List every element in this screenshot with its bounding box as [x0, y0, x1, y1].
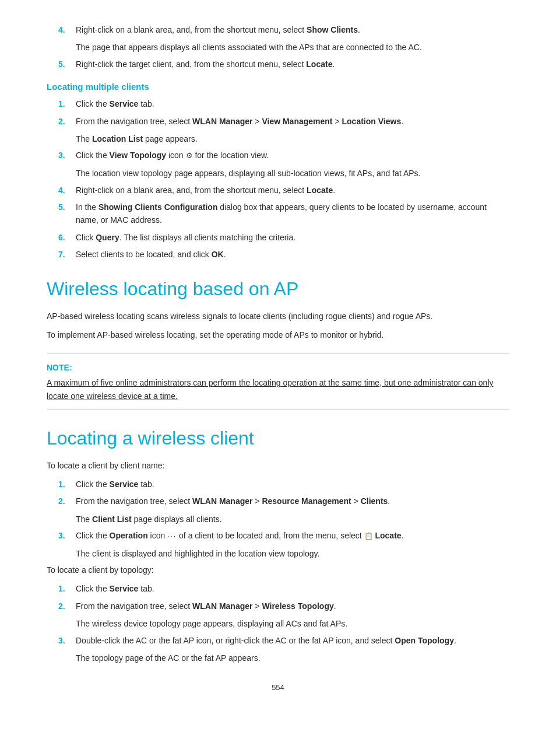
step-num: 2.: [58, 600, 72, 612]
intro-step-5: 5. Right-click the target client, and, f…: [47, 58, 509, 71]
gear-icon: ⚙: [186, 150, 193, 162]
intro-by-topology: To locate a client by topology:: [47, 564, 509, 576]
bold-locate: Locate: [307, 186, 333, 195]
step-num: 2.: [58, 495, 72, 508]
bold-wlan-manager: WLAN Manager: [192, 117, 252, 126]
by-topology-step3-subtext: The topology page of the AC or the fat A…: [76, 652, 509, 664]
step-content: Click Query. The list displays all clien…: [76, 231, 509, 244]
wireless-locating-heading: Wireless locating based on AP: [47, 277, 509, 302]
step-content: Click the Service tab.: [76, 478, 509, 491]
bold-clients: Clients: [361, 496, 388, 506]
bold-ok: OK: [212, 250, 224, 259]
multiple-step-2: 2. From the navigation tree, select WLAN…: [47, 115, 509, 128]
step-content: Click the Service tab.: [76, 582, 509, 595]
step-num: 1.: [58, 582, 72, 595]
multiple-step-6: 6. Click Query. The list displays all cl…: [47, 231, 509, 244]
multiple-step-3: 3. Click the View Topology icon ⚙ for th…: [47, 149, 509, 162]
by-name-steps: 1. Click the Service tab. 2. From the na…: [47, 478, 509, 508]
step-content: Double-click the AC or the fat AP icon, …: [76, 634, 509, 647]
step-num: 6.: [58, 231, 72, 244]
note-content: A maximum of five online administrators …: [47, 376, 509, 402]
intro-steps-list: 4. Right-click on a blank area, and, fro…: [47, 23, 509, 36]
bold-wireless-topology: Wireless Topology: [262, 601, 333, 611]
step-content: From the navigation tree, select WLAN Ma…: [76, 600, 509, 612]
step-num: 3.: [58, 529, 72, 542]
bold-location-list: Location List: [92, 134, 143, 144]
multiple-step-5: 5. In the Showing Clients Configuration …: [47, 201, 509, 227]
by-topology-step2-subtext: The wireless device topology page appear…: [76, 617, 509, 630]
step-content: From the navigation tree, select WLAN Ma…: [76, 495, 509, 508]
step-content: Click the Service tab.: [76, 97, 509, 110]
wireless-para1: AP-based wireless locating scans wireles…: [47, 310, 509, 323]
wireless-para2: To implement AP-based wireless locating,…: [47, 328, 509, 341]
step-content: In the Showing Clients Configuration dia…: [76, 201, 509, 227]
bold-locate: Locate: [375, 531, 401, 540]
step-num: 5.: [58, 201, 72, 214]
bold-resource-management: Resource Management: [262, 496, 351, 506]
step-num: 3.: [58, 634, 72, 647]
bold-operation: Operation: [110, 531, 148, 540]
bold-service: Service: [110, 480, 139, 489]
step-num: 2.: [58, 115, 72, 128]
bold-wlan-manager: WLAN Manager: [192, 601, 252, 611]
step-content: Right-click on a blank area, and, from t…: [76, 184, 509, 197]
by-name-step2-subtext: The Client List page displays all client…: [76, 513, 509, 526]
by-name-step3-subtext: The client is displayed and highlighted …: [76, 547, 509, 560]
multiple-step-7: 7. Select clients to be located, and cli…: [47, 248, 509, 261]
bold-view-topology: View Topology: [110, 150, 167, 160]
step-content: Right-click on a blank area, and, from t…: [76, 23, 509, 36]
bold-service: Service: [110, 584, 139, 593]
multiple-step3-list: 3. Click the View Topology icon ⚙ for th…: [47, 149, 509, 162]
by-topology-step3-list: 3. Double-click the AC or the fat AP ico…: [47, 634, 509, 647]
bold-locate: Locate: [306, 60, 332, 69]
step4-subtext: The page that appears displays all clien…: [76, 41, 509, 54]
intro-step-4: 4. Right-click on a blank area, and, fro…: [47, 23, 509, 36]
locate-icon: 📋: [364, 532, 373, 540]
intro-by-name: To locate a client by client name:: [47, 459, 509, 472]
dots-icon: ···: [167, 531, 177, 542]
by-topology-step-3: 3. Double-click the AC or the fat AP ico…: [47, 634, 509, 647]
note-box: NOTE: A maximum of five online administr…: [47, 354, 509, 410]
page: 4. Right-click on a blank area, and, fro…: [0, 0, 556, 756]
by-name-step3-list: 3. Click the Operation icon ··· of a cli…: [47, 529, 509, 542]
locating-multiple-steps: 1. Click the Service tab. 2. From the na…: [47, 97, 509, 128]
page-number: 554: [47, 682, 509, 694]
multiple-step3-subtext: The location view topology page appears,…: [76, 167, 509, 180]
by-topology-steps: 1. Click the Service tab. 2. From the na…: [47, 582, 509, 612]
step-content: From the navigation tree, select WLAN Ma…: [76, 115, 509, 128]
by-name-step-2: 2. From the navigation tree, select WLAN…: [47, 495, 509, 508]
locating-wireless-heading: Locating a wireless client: [47, 426, 509, 451]
multiple-step2-subtext: The Location List page appears.: [76, 132, 509, 145]
bold-view-management: View Management: [262, 117, 332, 126]
multiple-step-1: 1. Click the Service tab.: [47, 97, 509, 110]
by-topology-step-2: 2. From the navigation tree, select WLAN…: [47, 600, 509, 612]
by-topology-step-1: 1. Click the Service tab.: [47, 582, 509, 595]
step-num: 1.: [58, 478, 72, 491]
locating-multiple-heading: Locating multiple clients: [47, 80, 509, 94]
bold-location-views: Location Views: [342, 117, 402, 126]
step-content: Click the Operation icon ··· of a client…: [76, 529, 509, 542]
bold-client-list: Client List: [92, 514, 132, 524]
bold-showing-clients: Showing Clients Configuration: [98, 202, 218, 212]
note-label: NOTE:: [47, 361, 509, 374]
step-content: Click the View Topology icon ⚙ for the l…: [76, 149, 509, 162]
bold-query: Query: [96, 233, 119, 242]
multiple-steps-4-7: 4. Right-click on a blank area, and, fro…: [47, 184, 509, 261]
step-num: 4.: [58, 184, 72, 197]
by-name-step-1: 1. Click the Service tab.: [47, 478, 509, 491]
step-num: 5.: [58, 58, 72, 71]
bold-show-clients: Show Clients: [307, 25, 358, 34]
step-num: 1.: [58, 97, 72, 110]
multiple-step-4: 4. Right-click on a blank area, and, fro…: [47, 184, 509, 197]
step-num: 4.: [58, 23, 72, 36]
intro-step5-list: 5. Right-click the target client, and, f…: [47, 58, 509, 71]
bold-service: Service: [110, 99, 139, 108]
bold-open-topology: Open Topology: [395, 636, 454, 645]
by-name-step-3: 3. Click the Operation icon ··· of a cli…: [47, 529, 509, 542]
step-num: 7.: [58, 248, 72, 261]
step-num: 3.: [58, 149, 72, 162]
step-content: Select clients to be located, and click …: [76, 248, 509, 261]
bold-wlan-manager: WLAN Manager: [192, 496, 252, 506]
step-content: Right-click the target client, and, from…: [76, 58, 509, 71]
